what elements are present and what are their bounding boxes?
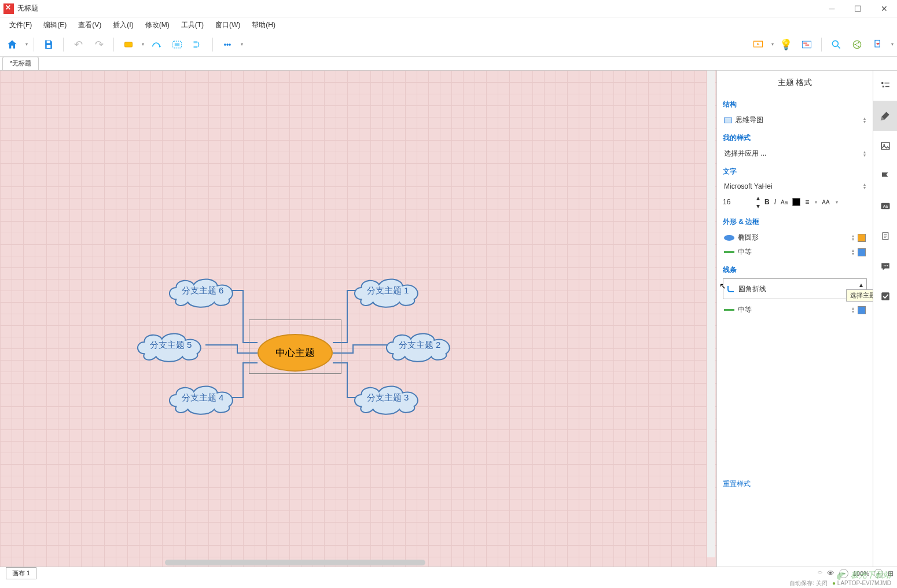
tab-outline[interactable] [873, 71, 897, 101]
presentation-button[interactable] [749, 36, 767, 53]
line-style-value: 圆角折线 [738, 284, 766, 294]
tab-marker[interactable] [873, 161, 897, 191]
minimize-button[interactable]: ─ [819, 0, 845, 17]
text-head: 文字 [723, 167, 867, 177]
style-field[interactable]: 选择并应用 ... ▴▾ [723, 146, 867, 161]
share-button[interactable] [848, 36, 866, 53]
maximize-button[interactable]: ☐ [845, 0, 871, 17]
branch-topic-5[interactable]: 分支主题 5 [133, 330, 208, 359]
topic-button[interactable] [120, 36, 137, 53]
menu-insert[interactable]: 插入(I) [107, 19, 139, 32]
border-field[interactable]: 中等 ▴▾ [723, 245, 867, 259]
presentation-dropdown-icon[interactable]: ▾ [771, 42, 774, 47]
align-dropdown-icon[interactable]: ▾ [815, 200, 817, 205]
menu-edit[interactable]: 编辑(E) [38, 19, 72, 32]
aa-dropdown-icon[interactable]: ▾ [836, 200, 838, 205]
close-button[interactable]: ✕ [871, 0, 897, 17]
updown-icon[interactable]: ▴▾ [852, 234, 854, 241]
line-head: 线条 [723, 265, 867, 275]
shape-value: 椭圆形 [738, 233, 759, 242]
bold-button[interactable]: B [764, 198, 770, 206]
tab-notes[interactable] [873, 221, 897, 251]
tab-format[interactable] [873, 101, 897, 131]
home-button[interactable] [3, 36, 21, 53]
font-aa-button[interactable]: AA [822, 199, 829, 205]
branch-topic-3[interactable]: 分支主题 3 [350, 383, 425, 412]
canvas-sheet-tab[interactable]: 画布 1 [6, 567, 36, 579]
canvas-grid [0, 71, 716, 567]
border-color-swatch[interactable] [858, 248, 866, 256]
menu-tools[interactable]: 工具(T) [175, 19, 209, 32]
branch-topic-1[interactable]: 分支主题 1 [350, 276, 425, 305]
eye-icon[interactable]: 👁 [827, 569, 834, 578]
more-button[interactable]: ••• [219, 36, 236, 53]
canvas[interactable]: 中心主题 分支主题 1 分支主题 2 分支主题 3 分支主题 4 分支主题 5 … [0, 71, 716, 567]
export-button[interactable] [869, 36, 887, 53]
document-tab[interactable]: *无标题 [2, 57, 39, 70]
menu-window[interactable]: 窗口(W) [209, 19, 246, 32]
shape-color-swatch[interactable] [858, 234, 866, 242]
text-color-swatch[interactable] [792, 198, 800, 206]
svg-rect-22 [885, 83, 889, 84]
tab-comments[interactable] [873, 251, 897, 281]
line-weight-field[interactable]: 中等 ▴▾ [723, 303, 867, 317]
export-dropdown-icon[interactable]: ▾ [891, 42, 894, 47]
central-topic[interactable]: 中心主题 [258, 334, 333, 372]
gantt-button[interactable] [798, 36, 815, 53]
svg-marker-9 [757, 43, 759, 45]
reset-style-link[interactable]: 重置样式 [723, 479, 867, 489]
redo-button[interactable]: ↷ [90, 36, 108, 53]
menu-file[interactable]: 文件(F) [3, 19, 38, 32]
branch-label: 分支主题 6 [182, 285, 224, 296]
menu-view[interactable]: 查看(V) [72, 19, 107, 32]
horizontal-scrollbar[interactable] [165, 560, 425, 565]
watermark-text: 极光下载站 [851, 570, 891, 579]
toolbar: ▾ ↶ ↷ ▾ ••• ▾ ▾ 💡 ▾ [0, 32, 897, 57]
save-button[interactable] [40, 36, 57, 53]
menu-help[interactable]: 帮助(H) [246, 19, 281, 32]
line-color-swatch[interactable] [858, 306, 866, 314]
tab-image[interactable] [873, 131, 897, 161]
autosave-status: 自动保存: 关闭 [789, 580, 828, 586]
branch-label: 分支主题 5 [150, 340, 192, 351]
search-button[interactable] [828, 36, 845, 53]
line-weight-icon [724, 309, 734, 311]
brainstorm-button[interactable]: 💡 [777, 36, 795, 53]
svg-text:Aa: Aa [883, 204, 888, 208]
shape-head: 外形 & 边框 [723, 217, 867, 227]
branch-topic-6[interactable]: 分支主题 6 [165, 276, 240, 305]
home-dropdown-icon[interactable]: ▾ [25, 42, 28, 47]
updown-icon[interactable]: ▴▾ [863, 183, 866, 190]
relationship-button[interactable] [148, 36, 165, 53]
svg-point-34 [885, 265, 887, 266]
font-family-value: Microsoft YaHei [724, 182, 773, 190]
font-size-value[interactable]: 16 [723, 198, 752, 206]
boundary-button[interactable] [168, 36, 186, 53]
updown-icon[interactable]: ▴▾ [852, 307, 854, 314]
filter-icon[interactable]: ⌔ [818, 569, 822, 578]
more-dropdown-icon[interactable]: ▾ [241, 42, 243, 47]
branch-topic-4[interactable]: 分支主题 4 [165, 383, 240, 412]
updown-icon[interactable]: ▴▾ [863, 150, 866, 157]
updown-icon[interactable]: ▴▾ [756, 194, 760, 210]
updown-icon[interactable]: ▴▾ [852, 249, 854, 256]
shape-field[interactable]: 椭圆形 ▴▾ [723, 230, 867, 245]
line-style-combo[interactable]: 圆角折线 ▴▾ 选择主题同其子主题 [723, 278, 867, 299]
structure-field[interactable]: 思维导图 ▴▾ [723, 113, 867, 127]
undo-button[interactable]: ↶ [69, 36, 87, 53]
align-button[interactable]: ≡ [805, 198, 809, 206]
font-family-field[interactable]: Microsoft YaHei ▴▾ [723, 180, 867, 193]
vertical-scrollbar[interactable] [707, 71, 715, 557]
case-button[interactable]: Aa [781, 199, 788, 205]
menu-modify[interactable]: 修改(M) [139, 19, 175, 32]
menubar: 文件(F) 编辑(E) 查看(V) 插入(I) 修改(M) 工具(T) 窗口(W… [0, 17, 897, 32]
branch-topic-2[interactable]: 分支主题 2 [382, 330, 457, 359]
tab-label[interactable]: Aa [873, 191, 897, 221]
document-tabbar: *无标题 [0, 57, 897, 71]
summary-button[interactable] [189, 36, 207, 53]
updown-icon[interactable]: ▴▾ [863, 117, 866, 124]
svg-point-13 [832, 41, 838, 46]
tab-task[interactable] [873, 281, 897, 311]
topic-dropdown-icon[interactable]: ▾ [142, 42, 144, 47]
italic-button[interactable]: I [774, 198, 776, 206]
